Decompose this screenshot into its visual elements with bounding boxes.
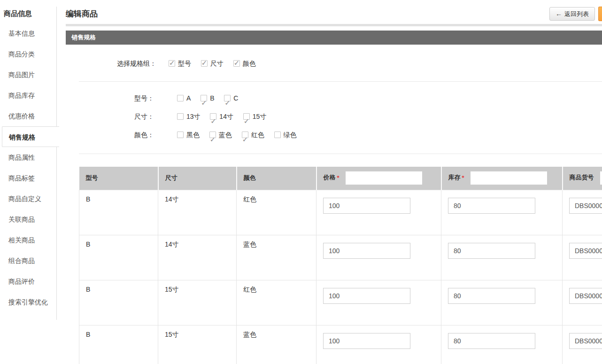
- checkmark-icon: ✓: [201, 93, 207, 112]
- col-header-label: 颜色: [244, 174, 256, 181]
- checkbox-13inch[interactable]: ✓: [177, 113, 184, 120]
- sku-input[interactable]: [569, 333, 602, 349]
- checkbox-model[interactable]: ✓: [169, 60, 175, 67]
- spec-group-option-color[interactable]: ✓颜色: [233, 60, 256, 68]
- spec-group-row: 选择规格组： ✓型号 ✓尺寸 ✓颜色: [79, 45, 602, 81]
- required-asterisk: *: [462, 174, 464, 181]
- spec-option-label: A: [186, 94, 191, 102]
- spec-option-B[interactable]: ✓B: [201, 89, 214, 108]
- spec-option-label: 15寸: [253, 113, 267, 120]
- cell-size: 15寸: [158, 325, 237, 364]
- spec-row-label: 型号：: [79, 89, 154, 108]
- col-header-sku: 商品货号: [563, 167, 602, 190]
- sku-input[interactable]: [569, 198, 602, 214]
- checkmark-icon: ✓: [169, 59, 175, 67]
- cell-model: B: [79, 190, 158, 235]
- checkmark-icon: ✓: [210, 112, 216, 130]
- spec-option-label: 13寸: [186, 113, 201, 120]
- main-panel: 编辑商品 ←返回列表 销售规格 选择规格组： ✓型号 ✓尺寸 ✓颜色 型号：: [57, 0, 602, 364]
- checkbox-A[interactable]: ✓: [177, 95, 184, 101]
- checkbox-black[interactable]: ✓: [177, 132, 184, 138]
- sku-row: B 14寸 蓝色: [79, 235, 602, 280]
- cell-sku: [563, 235, 602, 280]
- spec-row-size: 尺寸： ✓13寸 ✓14寸 ✓15寸: [79, 108, 602, 126]
- col-header-price: 价格*: [316, 167, 441, 190]
- price-batch-input[interactable]: [346, 171, 422, 185]
- sidebar-item-bundle-products[interactable]: 组合商品: [0, 250, 57, 271]
- save-button-partial[interactable]: [598, 7, 602, 21]
- sidebar-item-linked-products[interactable]: 关联商品: [0, 209, 57, 230]
- cell-color: 红色: [237, 280, 316, 325]
- checkbox-C[interactable]: ✓: [224, 95, 231, 101]
- cell-sku: [563, 325, 602, 364]
- sidebar-item-category[interactable]: 商品分类: [0, 44, 57, 64]
- checkbox-color[interactable]: ✓: [233, 60, 240, 67]
- sku-row: B 15寸 红色: [79, 280, 602, 325]
- stock-input[interactable]: [448, 198, 535, 214]
- checkbox-red[interactable]: ✓: [242, 132, 248, 138]
- checkbox-size[interactable]: ✓: [201, 60, 208, 67]
- cell-model: B: [79, 235, 158, 280]
- price-input[interactable]: [323, 333, 410, 349]
- spec-option-A[interactable]: ✓A: [177, 89, 191, 108]
- sidebar-nav: 基本信息 商品分类 商品图片 商品库存 优惠价格 销售规格 商品属性 商品标签 …: [0, 20, 57, 312]
- col-header-color: 颜色: [237, 167, 316, 190]
- checkbox-14inch[interactable]: ✓: [210, 113, 216, 120]
- spec-group-option-size[interactable]: ✓尺寸: [201, 60, 224, 68]
- checkbox-green[interactable]: ✓: [274, 132, 281, 138]
- sidebar-item-basic-info[interactable]: 基本信息: [0, 23, 57, 44]
- cell-sku: [563, 190, 602, 235]
- sidebar-item-inventory[interactable]: 商品库存: [0, 85, 57, 106]
- spec-option-green[interactable]: ✓绿色: [274, 126, 297, 144]
- sidebar-item-images[interactable]: 商品图片: [0, 64, 57, 85]
- sidebar-item-attributes[interactable]: 商品属性: [0, 147, 57, 168]
- col-header-label: 尺寸: [165, 174, 178, 181]
- spec-option-label: C: [233, 94, 238, 102]
- sidebar-item-tags[interactable]: 商品标签: [0, 168, 57, 188]
- spec-option-13inch[interactable]: ✓13寸: [177, 108, 201, 126]
- spec-option-label: 红色: [251, 131, 264, 139]
- spec-option-black[interactable]: ✓黑色: [177, 126, 200, 144]
- stock-input[interactable]: [448, 243, 535, 259]
- price-input[interactable]: [323, 243, 410, 259]
- col-header-label: 库存: [448, 174, 461, 181]
- sku-batch-input[interactable]: [600, 171, 602, 185]
- checkbox-blue[interactable]: ✓: [209, 132, 216, 138]
- stock-input[interactable]: [448, 288, 535, 304]
- checkbox-15inch[interactable]: ✓: [243, 113, 250, 120]
- spec-option-15inch[interactable]: ✓15寸: [243, 108, 267, 126]
- sku-table-header-row: 型号 尺寸 颜色 价格* 库存* 商品货号: [79, 167, 602, 190]
- checkmark-icon: ✓: [244, 112, 250, 130]
- sidebar-item-seo[interactable]: 搜索引擎优化: [0, 292, 57, 312]
- spec-option-C[interactable]: ✓C: [224, 89, 238, 108]
- cell-size: 15寸: [158, 280, 237, 325]
- sidebar-item-sales-spec[interactable]: 销售规格: [2, 126, 59, 147]
- cell-price: [316, 235, 441, 280]
- sidebar-item-custom[interactable]: 商品自定义: [0, 188, 57, 209]
- sidebar: 商品信息 基本信息 商品分类 商品图片 商品库存 优惠价格 销售规格 商品属性 …: [0, 0, 57, 320]
- stock-batch-input[interactable]: [471, 171, 547, 185]
- cell-model: B: [79, 325, 158, 364]
- cell-stock: [441, 325, 563, 364]
- back-to-list-button[interactable]: ←返回列表: [549, 7, 595, 21]
- sidebar-item-reviews[interactable]: 商品评价: [0, 271, 57, 292]
- sidebar-item-discount-price[interactable]: 优惠价格: [0, 106, 57, 126]
- stock-input[interactable]: [448, 333, 535, 349]
- spec-group-label: 选择规格组：: [79, 60, 156, 68]
- checkbox-B[interactable]: ✓: [201, 95, 207, 101]
- spec-group-option-label: 型号: [178, 60, 191, 67]
- price-input[interactable]: [323, 288, 410, 304]
- section-content: 选择规格组： ✓型号 ✓尺寸 ✓颜色 型号： ✓A ✓B: [66, 45, 602, 364]
- spec-group-option-model[interactable]: ✓型号: [169, 60, 191, 68]
- left-arrow-icon: ←: [556, 10, 562, 17]
- sku-input[interactable]: [569, 243, 602, 259]
- sidebar-item-related-products[interactable]: 相关商品: [0, 230, 57, 250]
- divider: [79, 154, 602, 154]
- spec-option-label: 14寸: [219, 113, 233, 120]
- price-input[interactable]: [323, 198, 410, 214]
- cell-price: [316, 325, 441, 364]
- sku-input[interactable]: [569, 288, 602, 304]
- checkmark-icon: ✓: [234, 59, 240, 67]
- cell-size: 14寸: [158, 190, 237, 235]
- page-title: 编辑商品: [66, 0, 602, 19]
